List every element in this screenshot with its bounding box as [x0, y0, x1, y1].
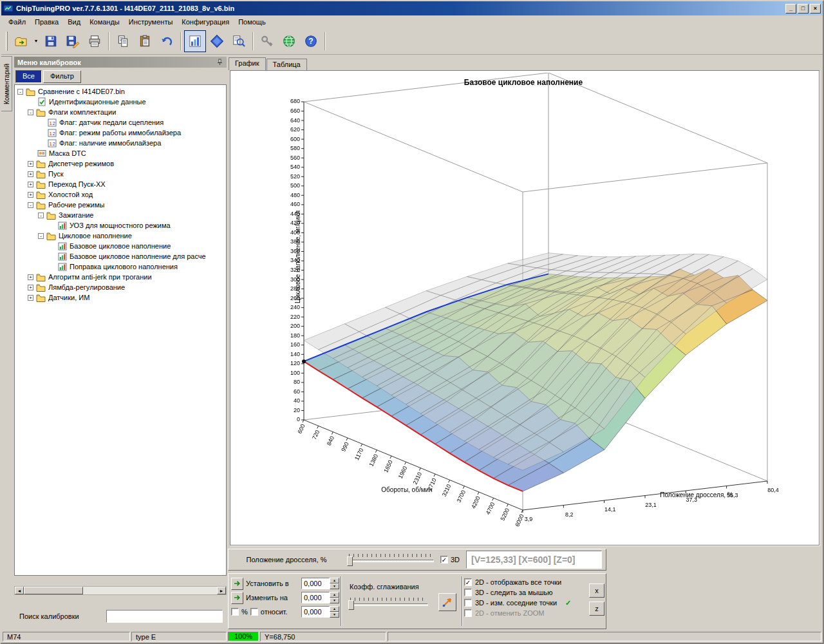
tree-item[interactable]: Маска DTC	[15, 148, 226, 158]
scrollbar-thumb[interactable]	[24, 587, 83, 594]
checkbox[interactable]	[464, 609, 472, 617]
smoothing-slider[interactable]	[348, 597, 428, 610]
scroll-left-icon[interactable]: ◄	[15, 587, 24, 594]
axis-x-button[interactable]: x	[589, 583, 604, 598]
tab-graph[interactable]: График	[229, 57, 266, 70]
tree-item[interactable]: -Флаги комплектации	[15, 107, 226, 117]
axis-z-button[interactable]: z	[589, 601, 604, 616]
checkbox[interactable]	[464, 589, 472, 596]
option-row[interactable]: ✓2D - отображать все точки	[464, 577, 588, 587]
tree-item[interactable]: Поправка циклового наполнения	[15, 261, 226, 272]
spin-up-icon[interactable]: ▲	[330, 578, 339, 583]
save-button[interactable]	[40, 30, 62, 52]
apply-set-button[interactable]	[231, 578, 243, 590]
print-button[interactable]	[84, 30, 106, 52]
tree-item[interactable]: +Лямбда-регулирование	[15, 282, 226, 292]
slider-thumb[interactable]	[347, 556, 353, 566]
spin-up-icon[interactable]: ▲	[330, 592, 339, 598]
spin-down-icon[interactable]: ▼	[330, 598, 339, 603]
search-input[interactable]	[106, 610, 223, 623]
tab-filter[interactable]: Фильтр	[43, 70, 81, 83]
help-button[interactable]: ?	[300, 30, 322, 52]
menu-item-2[interactable]: Вид	[63, 17, 85, 27]
tree-item[interactable]: +Пуск	[15, 169, 226, 179]
spin-down-icon[interactable]: ▼	[330, 612, 339, 618]
throttle-slider[interactable]	[347, 553, 434, 566]
tree-item[interactable]: 12Флаг: режим работы иммобилайзера	[15, 128, 226, 138]
expand-icon[interactable]: +	[28, 161, 33, 167]
collapse-icon[interactable]: -	[28, 202, 33, 208]
tree-item[interactable]: -Зажигание	[15, 210, 226, 220]
apply-change-button[interactable]	[231, 592, 243, 604]
tree-item[interactable]: -Цикловое наполнение	[15, 231, 226, 241]
tree-item[interactable]: 12Флаг: наличие иммобилайзера	[15, 138, 226, 148]
copy-button[interactable]	[112, 30, 134, 52]
tab-table[interactable]: Таблица	[267, 59, 307, 70]
tab-all[interactable]: Все	[15, 70, 42, 83]
checkbox[interactable]: ✓	[464, 578, 472, 586]
save-as-button[interactable]	[62, 30, 84, 52]
slider-thumb[interactable]	[348, 600, 354, 610]
option-row[interactable]: 3D - изм. соседние точки✓	[464, 598, 588, 608]
close-button[interactable]: ×	[810, 4, 821, 14]
menu-item-6[interactable]: Помощь	[234, 17, 270, 27]
expand-icon[interactable]: +	[28, 192, 33, 198]
change-by-input[interactable]	[301, 592, 330, 603]
set-to-input[interactable]	[301, 578, 330, 589]
checkbox-relative[interactable]	[250, 608, 258, 616]
tree-item[interactable]: Базовое цикловое наполнение для расче	[15, 251, 226, 261]
minimize-button[interactable]: _	[785, 4, 796, 14]
scroll-right-icon[interactable]: ►	[217, 587, 226, 594]
collapse-icon[interactable]: -	[17, 89, 23, 95]
open-file-button[interactable]	[10, 30, 32, 52]
tree-item[interactable]: +Переход Пуск-ХХ	[15, 179, 226, 189]
tree-horizontal-scrollbar[interactable]: ◄ ►	[14, 586, 227, 595]
undo-button[interactable]	[156, 30, 178, 52]
maximize-button[interactable]: □	[798, 4, 809, 14]
tree-item-label: Сравнение с I414DE07.bin	[38, 88, 125, 95]
tree-item-label: Флаг: режим работы иммобилайзера	[59, 129, 181, 137]
collapse-icon[interactable]: -	[28, 109, 33, 115]
tree-item[interactable]: Базовое цикловое наполнение	[15, 241, 226, 251]
tools-button[interactable]	[256, 30, 278, 52]
expand-icon[interactable]: +	[28, 285, 33, 290]
tree-item[interactable]: +Алгоритм anti-jerk при трогании	[15, 272, 226, 282]
paste-button[interactable]	[134, 30, 156, 52]
tree-item[interactable]: +Холостой ход	[15, 189, 226, 200]
info-button[interactable]	[206, 30, 228, 52]
menu-item-3[interactable]: Команды	[85, 17, 124, 27]
pin-icon[interactable]	[216, 59, 223, 66]
tree-item[interactable]: 12Флаг: датчик педали сцепления	[15, 117, 226, 128]
web-button[interactable]	[278, 30, 300, 52]
expand-icon[interactable]: +	[28, 295, 33, 301]
relative-input[interactable]	[301, 606, 330, 618]
tree-item[interactable]: Идентификационные данные	[15, 97, 226, 107]
option-row[interactable]: 3D - следить за мышью	[464, 587, 588, 598]
surface-plot-canvas[interactable]	[232, 73, 818, 544]
checkbox-percent[interactable]	[231, 608, 239, 616]
collapse-icon[interactable]: -	[38, 213, 44, 218]
tree-item[interactable]: +Датчики, ИМ	[15, 292, 226, 303]
menu-item-1[interactable]: Правка	[30, 17, 63, 27]
option-row[interactable]: 2D - отменить ZOOM	[464, 608, 588, 618]
tree-item[interactable]: -Рабочие режимы	[15, 200, 226, 210]
tree-item[interactable]: -Сравнение с I414DE07.bin	[15, 86, 226, 97]
open-file-dropdown[interactable]: ▼	[32, 30, 40, 52]
spin-up-icon[interactable]: ▲	[330, 606, 339, 612]
expand-icon[interactable]: +	[28, 274, 33, 280]
tree-item[interactable]: +Диспетчер режимов	[15, 158, 226, 169]
tree-item[interactable]: УОЗ для мощностного режима	[15, 220, 226, 231]
expand-icon[interactable]: +	[28, 182, 33, 187]
expand-icon[interactable]: +	[28, 171, 33, 177]
collapse-icon[interactable]: -	[38, 233, 44, 239]
checkbox[interactable]	[464, 599, 472, 607]
menu-item-0[interactable]: Файл	[4, 17, 30, 27]
checkbox-3d[interactable]: ✓	[440, 556, 448, 564]
spin-down-icon[interactable]: ▼	[330, 583, 339, 589]
zoom-button[interactable]	[228, 30, 250, 52]
apply-smoothing-button[interactable]	[438, 593, 456, 611]
menu-item-4[interactable]: Инструменты	[124, 17, 178, 27]
menu-item-5[interactable]: Конфигурация	[177, 17, 234, 27]
comment-side-tab[interactable]: Комментарий	[1, 56, 12, 111]
graph-view-button[interactable]	[184, 30, 206, 52]
